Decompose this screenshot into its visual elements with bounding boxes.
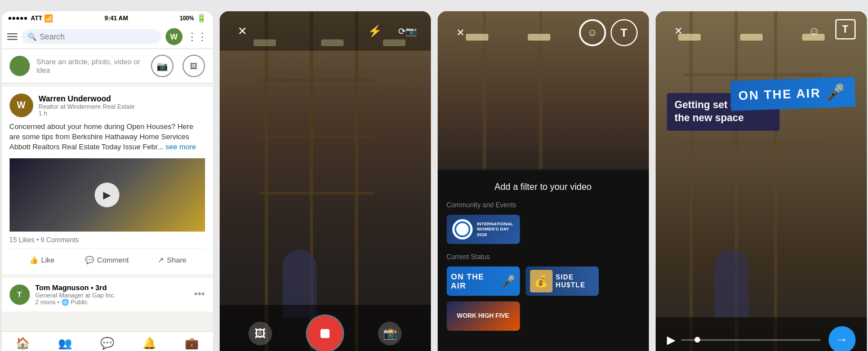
lightning-button[interactable]: ⚡ (363, 19, 387, 43)
post-time: 1 h (39, 110, 135, 117)
on-air-label: ON THE AIR (451, 272, 501, 290)
grid-icon[interactable]: ⋮⋮ (187, 30, 207, 43)
on-air-overlay-label: ON THE AIR (738, 86, 821, 103)
phone-camera: ✕ ⚡ ⟳📷 🖼 📸 (220, 11, 431, 351)
next-post-title: General Manager at Gap Inc. (35, 292, 115, 299)
camera-button[interactable]: 📷 (151, 55, 173, 77)
community-section-label: Community and Events (447, 201, 640, 209)
camera-bottom-bar: 🖼 📸 (220, 305, 431, 351)
camera-switch-button[interactable]: ⟳📷 (396, 19, 420, 43)
jobs-icon: 💼 (185, 336, 199, 350)
carrier-label: ATT (31, 15, 43, 21)
play-button[interactable]: ▶ (95, 183, 119, 207)
on-air-overlay-mic: 🎤 (825, 83, 845, 102)
scaffold-1 (265, 11, 268, 351)
progress-thumb (695, 337, 700, 343)
phone-feed: ATT 📶 9:41 AM 100% 🔋 🔍 W ⋮⋮ Share a (2, 11, 213, 351)
more-options-button[interactable]: ••• (194, 288, 205, 300)
status-section-label: Current Status (447, 253, 640, 261)
navigation-bar: 🔍 W ⋮⋮ (2, 25, 213, 49)
filter-work-high-five[interactable]: WORK HIGH FIVE (447, 301, 520, 331)
filter-top-bar: ✕ ☺ T (438, 11, 649, 54)
text-tool-button[interactable]: T (611, 19, 638, 46)
scaffold-h3 (259, 192, 375, 194)
share-button[interactable]: ↗ Share (140, 252, 205, 268)
status-bar: ATT 📶 9:41 AM 100% 🔋 (2, 11, 213, 25)
next-post-author: Tom Magnuson • 3rd (35, 283, 115, 292)
gallery-button[interactable]: 🖼 (248, 322, 272, 345)
recording-top-bar: ✕ ☺ T (656, 11, 867, 51)
nav-notifications[interactable]: 🔔 Notifications (135, 336, 163, 351)
status-filters: ON THE AIR 🎤 💰 SIDE HU$TLE WORK HIGH FIV… (447, 266, 640, 331)
playback-play-icon[interactable]: ▶ (667, 333, 675, 346)
close-button[interactable]: ✕ (231, 19, 255, 43)
tool-buttons: ☺ T (579, 19, 638, 46)
share-bar: Share an article, photo, video or idea 📷… (2, 49, 213, 83)
nav-jobs[interactable]: 💼 Jobs (177, 336, 206, 351)
like-button[interactable]: 👍 Like (10, 252, 75, 268)
next-post-header: T Tom Magnuson • 3rd General Manager at … (2, 278, 213, 312)
iwd-circle (452, 219, 473, 239)
send-button[interactable]: → (829, 326, 856, 351)
search-bar[interactable]: 🔍 (22, 29, 161, 44)
post-author-name: Warren Underwood (39, 94, 135, 103)
photo-capture-button[interactable]: 📸 (378, 322, 402, 345)
nav-network[interactable]: 👥 My Network (51, 336, 79, 351)
record-button[interactable] (308, 316, 342, 351)
comment-button[interactable]: 💬 Comment (74, 252, 140, 268)
post-author-avatar: W (10, 94, 33, 117)
sticker-recording-button[interactable]: ☺ (803, 19, 826, 43)
post-image[interactable]: ▶ (10, 158, 205, 232)
recording-bg (656, 11, 867, 351)
signal-area: ATT 📶 (8, 14, 54, 23)
filter-side-hustle[interactable]: 💰 SIDE HU$TLE (526, 266, 599, 296)
nav-home[interactable]: 🏠 Home (8, 336, 37, 351)
share-icon: ↗ (158, 256, 164, 264)
like-icon: 👍 (29, 256, 38, 264)
post-actions: 👍 Like 💬 Comment ↗ Share (10, 248, 205, 268)
see-more-link[interactable]: see more (166, 143, 196, 151)
like-label: Like (41, 256, 55, 264)
side-hustle-image: 💰 (530, 270, 553, 292)
filter-iwd[interactable]: INTERNATIONAL WOMEN'S DAY 2018 (447, 215, 520, 244)
post-author-title: Realtor at Windermere Real Estate (39, 103, 135, 110)
scaffold-h2 (259, 135, 375, 138)
current-user-avatar (10, 56, 30, 76)
filter-panel: Add a filter to your video Community and… (438, 171, 649, 351)
search-input[interactable] (40, 32, 155, 41)
phone-recording: ✕ ☺ T Getting set up in the new space ON… (656, 11, 867, 351)
menu-button[interactable] (7, 33, 17, 40)
user-avatar[interactable]: W (166, 28, 182, 45)
photo-button[interactable]: 🖼 (182, 55, 205, 77)
filter-panel-title: Add a filter to your video (447, 182, 640, 192)
phone-filter: ✕ ☺ T ⌄ Add a filter to your video Commu… (438, 11, 649, 351)
progress-track[interactable] (681, 339, 821, 341)
text-recording-button[interactable]: T (835, 19, 856, 39)
person-p4 (715, 250, 749, 317)
sticker-tool-button[interactable]: ☺ (579, 19, 606, 46)
next-post-meta: Tom Magnuson • 3rd General Manager at Ga… (35, 283, 115, 306)
scaffold-p4-3 (774, 11, 777, 351)
battery-icon: 🔋 (197, 14, 206, 23)
side-hustle-label: SIDE HU$TLE (556, 273, 594, 289)
feed-post: W Warren Underwood Realtor at Windermere… (2, 87, 213, 274)
on-air-filter-overlay: ON THE AIR 🎤 (730, 77, 856, 111)
filter-on-air[interactable]: ON THE AIR 🎤 (447, 266, 520, 296)
comment-icon: 💬 (85, 256, 94, 264)
recording-bottom-bar: ▶ → (656, 317, 867, 351)
nav-messaging[interactable]: 💬 Messaging (93, 336, 121, 351)
camera-background (220, 11, 431, 351)
iwd-label: INTERNATIONAL WOMEN'S DAY 2018 (477, 221, 514, 238)
send-arrow-icon: → (836, 332, 848, 347)
close-filter-button[interactable]: ✕ (449, 21, 473, 45)
mic-icon: 🎤 (501, 274, 515, 288)
share-placeholder[interactable]: Share an article, photo, video or idea (37, 57, 144, 74)
community-filters: INTERNATIONAL WOMEN'S DAY 2018 (447, 215, 640, 244)
bottom-navigation: 🏠 Home 👥 My Network 💬 Messaging 🔔 Notifi… (2, 331, 213, 351)
post-stats: 15 Likes • 9 Comments (10, 236, 205, 244)
home-icon: 🏠 (16, 336, 30, 350)
close-recording-button[interactable]: ✕ (667, 19, 691, 43)
network-icon: 👥 (58, 336, 72, 350)
share-label: Share (167, 256, 186, 264)
work-high-five-label: WORK HIGH FIVE (457, 312, 509, 319)
